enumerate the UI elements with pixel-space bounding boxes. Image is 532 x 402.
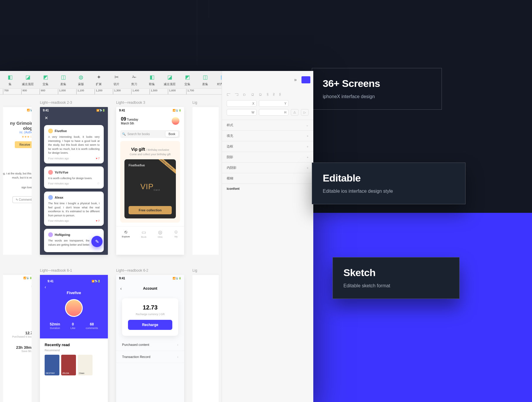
input-x[interactable] bbox=[227, 100, 257, 107]
stat-balance: 12.73Purchased 6 books bbox=[3, 327, 32, 342]
artboard-book-detail[interactable]: 📶 📡 🔋 ⤴ ny Grimoire ology nc. (Author) ★… bbox=[3, 107, 32, 255]
share-icon[interactable]: ⤴ bbox=[3, 113, 32, 118]
receive-button[interactable]: Receive bbox=[15, 141, 32, 148]
like-count[interactable]: ♥ 7 bbox=[96, 157, 100, 160]
free-collection-button[interactable]: Free collection bbox=[129, 206, 172, 214]
feature-sub: iphoneX interface design bbox=[323, 94, 431, 99]
tool-expand[interactable]: ✦扩展 bbox=[90, 73, 108, 86]
back-icon[interactable]: ‹ bbox=[120, 286, 122, 291]
overflow-icon[interactable]: » bbox=[294, 77, 299, 82]
comment-button[interactable]: ✎ Comment bbox=[12, 196, 32, 203]
ruler-tick: 700 bbox=[3, 89, 21, 94]
align-center-h-icon[interactable]: ⫎ bbox=[235, 92, 239, 97]
align-right-icon[interactable]: ⫐ bbox=[243, 92, 246, 97]
review-text: sign lovers. bbox=[3, 183, 32, 193]
artboard-account[interactable]: 9:41📶 📡 🔋 ‹ Account 12.73 Recharge curre… bbox=[116, 275, 184, 402]
feature-card-sketch: Sketch Editable sketch format bbox=[332, 257, 460, 299]
book-item[interactable]: DESTINY bbox=[45, 355, 59, 375]
section-iconfont[interactable]: iconfont bbox=[222, 184, 313, 193]
align-left-icon[interactable]: ⫍ bbox=[227, 92, 231, 97]
flip-h-icon[interactable]: ⚠ bbox=[291, 109, 299, 116]
compose-fab[interactable]: ✎ bbox=[91, 236, 103, 247]
artboard-profile[interactable]: 9:41📶 📡 🔋 ‹ Fivefive 52minDuration 0Like… bbox=[40, 275, 108, 402]
tab-my[interactable]: ☺My bbox=[174, 229, 179, 238]
signal-icon: 📶 📡 🔋 bbox=[23, 277, 32, 279]
section-border[interactable]: 边框+ bbox=[222, 141, 313, 152]
recharge-button[interactable]: Recharge bbox=[128, 320, 172, 330]
book-item[interactable]: ZELDA bbox=[61, 355, 76, 375]
tool-difference2[interactable]: ◫差集 bbox=[196, 73, 214, 86]
section-fill[interactable]: 填充+ bbox=[222, 130, 313, 141]
align-top-icon[interactable]: ⫑ bbox=[251, 92, 254, 97]
balance-value: 12.73 bbox=[128, 304, 172, 311]
comment-card[interactable]: YoYoYue It is worth collecting for desig… bbox=[44, 166, 104, 189]
difference-icon: ◫ bbox=[201, 73, 209, 81]
vip-subtitle: Come and collect your birthday gift bbox=[124, 153, 176, 156]
ruler-tick: 1,000 bbox=[58, 89, 76, 94]
like-count[interactable]: ♥ 7 bbox=[96, 219, 100, 222]
artboard-comments[interactable]: 9:41📶 📡 🔋 ✕ Fivefive A very interesting … bbox=[40, 107, 108, 255]
position-inputs: ⚠ ▷ bbox=[222, 100, 313, 116]
input-h[interactable] bbox=[259, 109, 289, 116]
comment-text: A very interesting book, it looks very i… bbox=[48, 135, 100, 155]
align-middle-icon[interactable]: ⫒ bbox=[259, 92, 262, 97]
section-shadow[interactable]: 阴影+ bbox=[222, 152, 313, 162]
artboard-partial[interactable] bbox=[192, 275, 219, 402]
plus-icon[interactable]: + bbox=[307, 166, 309, 170]
profile-stats: 52minDuration 0Like 68comments bbox=[45, 322, 103, 330]
tab-bar: ⎋Explore ▭Book ◎Idea ☺My bbox=[116, 226, 184, 241]
section-blur[interactable]: 模糊 bbox=[222, 173, 313, 184]
avatar[interactable] bbox=[172, 117, 179, 125]
comment-card[interactable]: Aleax The first time I bought a physical… bbox=[44, 192, 104, 226]
search-input[interactable]: 🔍 Search for books Book bbox=[120, 130, 180, 138]
close-icon[interactable]: ✕ bbox=[40, 114, 108, 122]
feature-sub: Editable sketch format bbox=[343, 283, 449, 288]
section-inner-shadow[interactable]: 内阴影+ bbox=[222, 162, 313, 173]
artboard-vip[interactable]: 9:41📶 📡 🔋 09 TuesdayMarch 5th 🔍 Search f… bbox=[116, 107, 184, 255]
plus-icon[interactable]: + bbox=[307, 134, 309, 138]
plus-icon[interactable]: + bbox=[307, 155, 309, 159]
tool-intersect2[interactable]: ◩交集 bbox=[179, 73, 196, 86]
tool-union2[interactable]: ◧联集 bbox=[143, 73, 161, 86]
section-style[interactable]: 样式⌄ bbox=[222, 120, 313, 130]
tab-idea[interactable]: ◎Idea bbox=[158, 229, 163, 238]
avatar[interactable] bbox=[65, 299, 83, 317]
tool-mask[interactable]: ◍蒙版 bbox=[72, 73, 90, 86]
distribute-v-icon[interactable]: ⫕ bbox=[279, 92, 281, 97]
distribute-h-icon[interactable]: ⫔ bbox=[273, 92, 275, 97]
book-button[interactable]: Book bbox=[166, 131, 178, 137]
comment-card[interactable]: Fivefive A very interesting book, it loo… bbox=[44, 125, 104, 163]
canvas[interactable]: 📶 📡 🔋 ⤴ ny Grimoire ology nc. (Author) ★… bbox=[0, 95, 222, 402]
list-item-transactions[interactable]: Transaction Record› bbox=[116, 351, 184, 363]
comment-meta: Four minutes ago bbox=[48, 219, 69, 222]
plus-icon[interactable]: + bbox=[307, 145, 309, 148]
flip-v-icon[interactable]: ▷ bbox=[301, 109, 309, 116]
tool-union[interactable]: ◧集 bbox=[1, 73, 19, 86]
rating-stars: ★★★☆☆ bbox=[3, 134, 32, 138]
align-bottom-icon[interactable]: ⫓ bbox=[267, 92, 269, 97]
tab-explore[interactable]: ⎋Explore bbox=[122, 229, 130, 238]
mail-icon[interactable]: ✉ bbox=[3, 281, 32, 292]
tool-subtract[interactable]: ◪减去顶层 bbox=[19, 73, 37, 86]
back-icon[interactable]: ‹ bbox=[45, 285, 103, 289]
tab-book[interactable]: ▭Book bbox=[141, 229, 146, 238]
vip-card[interactable]: Birthday exclusive Fivefivefive VIPCard … bbox=[124, 159, 176, 218]
alignment-controls: ⫍ ⫎ ⫐ ⫑ ⫒ ⫓ ⫔ ⫕ bbox=[222, 89, 313, 100]
explore-icon: ⎋ bbox=[122, 229, 130, 235]
like-icon[interactable]: ♡ bbox=[97, 182, 100, 185]
feature-sub: Editable ios interface design style bbox=[323, 189, 455, 194]
input-y[interactable] bbox=[259, 100, 289, 107]
mask-icon: ◍ bbox=[77, 73, 85, 81]
tool-subtract2[interactable]: ◪减去顶层 bbox=[161, 73, 179, 86]
artboard-stats[interactable]: 📶 📡 🔋 ✉ 12.73Purchased 6 books 23h 39min… bbox=[3, 275, 32, 402]
list-item-purchased[interactable]: Purchased content› bbox=[116, 339, 184, 351]
tool-scissors[interactable]: ✁剪刀 bbox=[125, 73, 143, 86]
tool-intersect[interactable]: ◩交集 bbox=[37, 73, 54, 86]
subtract-icon: ◪ bbox=[166, 73, 174, 81]
book-item[interactable]: Clean bbox=[78, 355, 93, 375]
view-toggle[interactable] bbox=[301, 76, 310, 83]
tool-slice[interactable]: ✂切片 bbox=[108, 73, 125, 86]
input-w[interactable] bbox=[227, 109, 257, 116]
artboard-partial[interactable] bbox=[192, 107, 219, 255]
tool-difference[interactable]: ◫差集 bbox=[54, 73, 72, 86]
